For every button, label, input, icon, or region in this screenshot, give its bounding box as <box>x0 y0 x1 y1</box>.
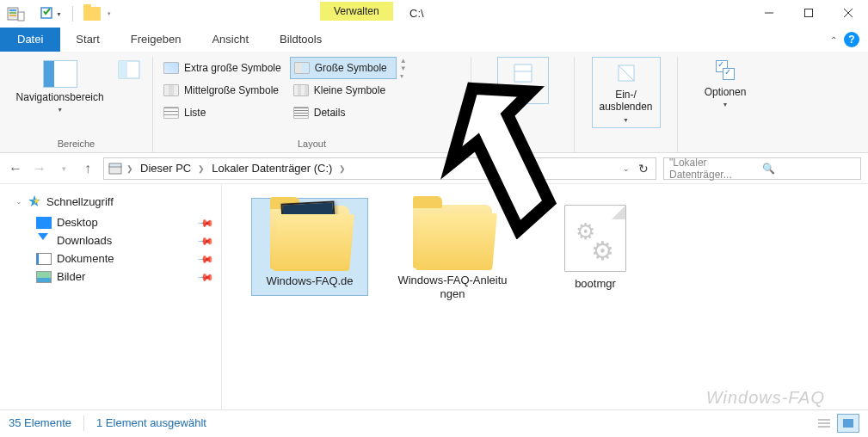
minimize-button[interactable] <box>749 0 789 26</box>
navigation-sidebar[interactable]: ⌄ ★ Schnellzugriff Desktop 📌 Downloads 📌… <box>0 184 222 409</box>
ribbon-group-view <box>478 137 567 152</box>
ribbon: Navigationsbereich ▼ Bereiche Extra groß… <box>0 52 868 153</box>
address-bar: ← → ▾ ↑ ❯ Dieser PC ❯ Lokaler Datenträge… <box>0 153 868 184</box>
svg-rect-17 <box>109 163 121 167</box>
show-hide-icon <box>614 61 638 85</box>
chevron-down-icon: ▼ <box>57 107 63 114</box>
layout-medium-icons[interactable]: Mittelgroße Symbole <box>160 79 290 102</box>
chevron-down-icon: ▼ <box>723 102 729 108</box>
contextual-tab-header: Verwalten <box>320 2 393 21</box>
sidebar-desktop[interactable]: Desktop 📌 <box>0 213 221 231</box>
layout-icon <box>163 84 179 96</box>
layout-icon <box>294 62 310 74</box>
main-area: ⌄ ★ Schnellzugriff Desktop 📌 Downloads 📌… <box>0 184 868 409</box>
sidebar-quick-access[interactable]: ⌄ ★ Schnellzugriff <box>0 189 221 213</box>
preview-pane-button[interactable] <box>113 57 145 83</box>
refresh-button[interactable]: ↻ <box>638 162 649 175</box>
desktop-icon <box>36 217 52 229</box>
navigation-pane-icon <box>43 60 77 88</box>
pin-icon: 📌 <box>197 213 215 231</box>
sidebar-downloads[interactable]: Downloads 📌 <box>0 231 221 249</box>
pin-icon: 📌 <box>197 231 215 249</box>
scroll-up-icon[interactable]: ▲ <box>400 57 407 65</box>
tab-share[interactable]: Freigeben <box>115 28 197 52</box>
search-icon: 🔍 <box>762 163 855 175</box>
layout-list[interactable]: Liste <box>160 102 290 124</box>
ribbon-group-layout: Layout <box>160 137 464 152</box>
layout-icon <box>293 107 309 119</box>
layout-details[interactable]: Details <box>290 102 397 124</box>
pin-icon: 📌 <box>197 268 215 286</box>
watermark: Windows-FAQ <box>706 388 825 408</box>
folder-icon <box>83 7 101 21</box>
svg-rect-2 <box>9 12 16 14</box>
collapse-ribbon-button[interactable]: ⌃ <box>830 35 837 45</box>
chevron-down-icon: ▾ <box>108 10 111 17</box>
folder-icon <box>413 205 492 268</box>
folder-windows-faq-anleitungen[interactable]: Windows-FAQ-Anleitungen <box>394 198 511 309</box>
title-bar: ▼ ▾ Verwalten C:\ <box>0 0 868 28</box>
current-view-button[interactable]: t ▼ <box>497 57 549 104</box>
downloads-icon <box>36 235 52 247</box>
breadcrumb-chevron-icon[interactable]: ❯ <box>198 164 205 173</box>
svg-rect-4 <box>18 12 24 21</box>
tab-picture-tools[interactable]: Bildtools <box>264 28 337 52</box>
folder-thumbnail-icon <box>270 206 349 269</box>
layout-icon <box>163 107 179 119</box>
qat-separator <box>72 6 73 22</box>
recent-dropdown[interactable]: ▾ <box>55 160 72 177</box>
file-bootmgr[interactable]: ⚙⚙ bootmgr <box>537 198 654 298</box>
back-button[interactable]: ← <box>7 160 24 177</box>
options-button[interactable]: Optionen▼ <box>691 57 760 114</box>
expand-toggle-icon[interactable]: ⌄ <box>15 197 22 206</box>
view-large-icons-button[interactable] <box>837 414 859 433</box>
status-item-count: 35 Elemente <box>9 416 71 429</box>
search-placeholder: "Lokaler Datenträger... <box>669 157 762 181</box>
qat-new-folder[interactable] <box>82 5 102 22</box>
scroll-down-icon[interactable]: ▼ <box>400 65 407 72</box>
tab-file[interactable]: Datei <box>0 28 60 52</box>
tab-view[interactable]: Ansicht <box>196 28 264 52</box>
expand-icon[interactable]: ▾ <box>400 72 407 80</box>
breadcrumb-drive-c[interactable]: Lokaler Datenträger (C:) <box>206 162 337 175</box>
explorer-app-icon <box>7 5 26 22</box>
layout-large-icons[interactable]: Große Symbole <box>290 57 397 79</box>
ribbon-tabs: Datei Start Freigeben Ansicht Bildtools … <box>0 28 868 52</box>
qat-properties[interactable]: ▼ <box>38 4 64 23</box>
address-dropdown[interactable]: ⌄ <box>623 164 630 173</box>
search-box[interactable]: "Lokaler Datenträger... 🔍 <box>663 157 861 180</box>
status-selection-count: 1 Element ausgewählt <box>96 416 206 429</box>
sidebar-pictures[interactable]: Bilder 📌 <box>0 268 221 286</box>
breadcrumb-chevron-icon[interactable]: ❯ <box>126 164 133 173</box>
up-button[interactable]: ↑ <box>79 160 96 177</box>
pin-icon: 📌 <box>197 249 215 268</box>
documents-icon <box>36 253 52 265</box>
layout-small-icons[interactable]: Kleine Symbole <box>290 79 397 102</box>
close-button[interactable] <box>828 0 868 26</box>
layout-extra-large-icons[interactable]: Extra große Symbole <box>160 57 290 79</box>
tab-start[interactable]: Start <box>60 28 114 52</box>
breadcrumb-this-pc[interactable]: Dieser PC <box>135 162 196 175</box>
options-icon <box>714 60 736 83</box>
view-details-button[interactable] <box>813 414 835 433</box>
ribbon-group-panes: Bereiche <box>7 137 145 152</box>
folder-windows-faq-de[interactable]: Windows-FAQ.de <box>251 198 368 296</box>
svg-rect-1 <box>9 9 16 11</box>
svg-rect-11 <box>119 61 127 78</box>
show-hide-button[interactable]: Ein-/ ausblenden▼ <box>592 57 661 128</box>
breadcrumb-chevron-icon[interactable]: ❯ <box>339 164 346 173</box>
qat-customize[interactable]: ▾ <box>106 9 113 19</box>
maximize-button[interactable] <box>789 0 828 26</box>
svg-rect-3 <box>9 15 16 16</box>
nav-pane-label: Navigationsbereich <box>16 91 104 103</box>
layout-icon <box>293 84 309 96</box>
navigation-pane-button[interactable]: Navigationsbereich ▼ <box>7 57 113 120</box>
view-icon <box>511 61 535 85</box>
forward-button[interactable]: → <box>31 160 48 177</box>
svg-rect-7 <box>805 9 813 17</box>
file-list[interactable]: Windows-FAQ.de Windows-FAQ-Anleitungen ⚙… <box>222 184 868 409</box>
help-button[interactable]: ? <box>844 32 859 47</box>
sidebar-documents[interactable]: Dokumente 📌 <box>0 249 221 268</box>
breadcrumb-bar[interactable]: ❯ Dieser PC ❯ Lokaler Datenträger (C:) ❯… <box>103 157 656 180</box>
svg-rect-12 <box>514 65 532 82</box>
